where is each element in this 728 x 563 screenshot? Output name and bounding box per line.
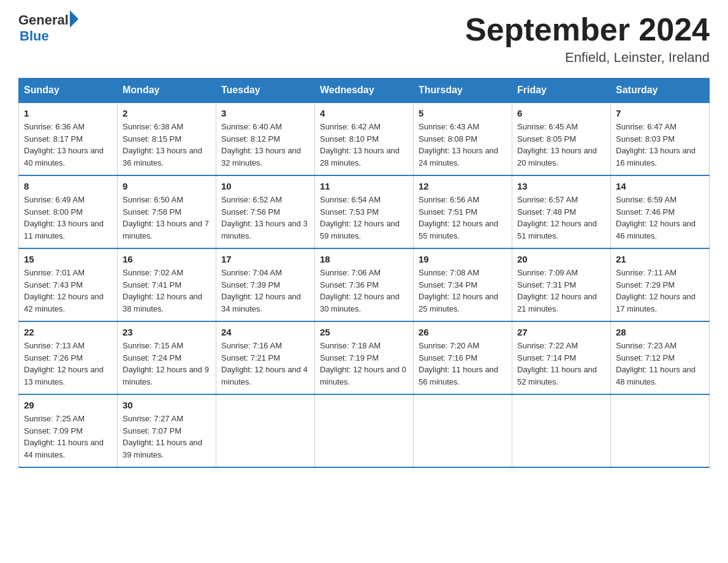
header-sunday: Sunday [19,79,118,103]
day-number: 16 [123,254,211,264]
header-thursday: Thursday [414,79,512,103]
day-info: Sunrise: 7:23 AM Sunset: 7:12 PM Dayligh… [616,340,704,388]
day-info: Sunrise: 6:54 AM Sunset: 7:53 PM Dayligh… [320,194,408,242]
calendar-week-row: 15 Sunrise: 7:01 AM Sunset: 7:43 PM Dayl… [19,248,710,321]
day-info: Sunrise: 6:38 AM Sunset: 8:15 PM Dayligh… [123,121,211,169]
header-friday: Friday [512,79,611,103]
month-title: September 2024 [465,12,710,47]
day-info: Sunrise: 6:40 AM Sunset: 8:12 PM Dayligh… [221,121,309,169]
day-number: 27 [517,327,605,337]
day-number: 23 [123,327,211,337]
table-row: 10 Sunrise: 6:52 AM Sunset: 7:56 PM Dayl… [216,175,315,248]
table-row: 11 Sunrise: 6:54 AM Sunset: 7:53 PM Dayl… [315,175,414,248]
day-number: 26 [419,327,507,337]
table-row: 5 Sunrise: 6:43 AM Sunset: 8:08 PM Dayli… [414,102,512,175]
table-row [611,394,710,467]
day-number: 7 [616,108,704,118]
table-row: 20 Sunrise: 7:09 AM Sunset: 7:31 PM Dayl… [512,248,611,321]
day-info: Sunrise: 6:57 AM Sunset: 7:48 PM Dayligh… [517,194,605,242]
day-number: 24 [221,327,309,337]
table-row: 8 Sunrise: 6:49 AM Sunset: 8:00 PM Dayli… [19,175,118,248]
day-number: 14 [616,181,704,191]
day-info: Sunrise: 7:20 AM Sunset: 7:16 PM Dayligh… [419,340,507,388]
day-info: Sunrise: 6:49 AM Sunset: 8:00 PM Dayligh… [24,194,112,242]
day-number: 19 [419,254,507,264]
table-row [216,394,315,467]
header-tuesday: Tuesday [216,79,315,103]
day-info: Sunrise: 6:56 AM Sunset: 7:51 PM Dayligh… [419,194,507,242]
table-row: 4 Sunrise: 6:42 AM Sunset: 8:10 PM Dayli… [315,102,414,175]
day-number: 10 [221,181,309,191]
title-block: September 2024 Enfield, Leinster, Irelan… [465,12,710,66]
table-row: 9 Sunrise: 6:50 AM Sunset: 7:58 PM Dayli… [118,175,216,248]
day-info: Sunrise: 7:27 AM Sunset: 7:07 PM Dayligh… [123,413,211,461]
table-row: 17 Sunrise: 7:04 AM Sunset: 7:39 PM Dayl… [216,248,315,321]
day-info: Sunrise: 7:25 AM Sunset: 7:09 PM Dayligh… [24,413,112,461]
day-number: 9 [123,181,211,191]
day-info: Sunrise: 7:16 AM Sunset: 7:21 PM Dayligh… [221,340,309,388]
logo-text-blue: Blue [20,28,78,44]
table-row: 1 Sunrise: 6:36 AM Sunset: 8:17 PM Dayli… [19,102,118,175]
table-row: 27 Sunrise: 7:22 AM Sunset: 7:14 PM Dayl… [512,321,611,394]
table-row: 24 Sunrise: 7:16 AM Sunset: 7:21 PM Dayl… [216,321,315,394]
table-row: 26 Sunrise: 7:20 AM Sunset: 7:16 PM Dayl… [414,321,512,394]
day-info: Sunrise: 7:11 AM Sunset: 7:29 PM Dayligh… [616,267,704,315]
calendar-week-row: 22 Sunrise: 7:13 AM Sunset: 7:26 PM Dayl… [19,321,710,394]
day-info: Sunrise: 7:22 AM Sunset: 7:14 PM Dayligh… [517,340,605,388]
table-row: 6 Sunrise: 6:45 AM Sunset: 8:05 PM Dayli… [512,102,611,175]
day-number: 17 [221,254,309,264]
day-number: 12 [419,181,507,191]
day-number: 25 [320,327,408,337]
logo-text-general: General [18,12,69,28]
day-number: 6 [517,108,605,118]
table-row: 16 Sunrise: 7:02 AM Sunset: 7:41 PM Dayl… [118,248,216,321]
day-info: Sunrise: 6:59 AM Sunset: 7:46 PM Dayligh… [616,194,704,242]
table-row: 7 Sunrise: 6:47 AM Sunset: 8:03 PM Dayli… [611,102,710,175]
table-row: 2 Sunrise: 6:38 AM Sunset: 8:15 PM Dayli… [118,102,216,175]
table-row: 22 Sunrise: 7:13 AM Sunset: 7:26 PM Dayl… [19,321,118,394]
day-info: Sunrise: 6:36 AM Sunset: 8:17 PM Dayligh… [24,121,112,169]
table-row: 3 Sunrise: 6:40 AM Sunset: 8:12 PM Dayli… [216,102,315,175]
table-row: 23 Sunrise: 7:15 AM Sunset: 7:24 PM Dayl… [118,321,216,394]
day-info: Sunrise: 7:18 AM Sunset: 7:19 PM Dayligh… [320,340,408,388]
day-number: 30 [123,400,211,410]
day-info: Sunrise: 7:08 AM Sunset: 7:34 PM Dayligh… [419,267,507,315]
header-wednesday: Wednesday [315,79,414,103]
calendar-week-row: 29 Sunrise: 7:25 AM Sunset: 7:09 PM Dayl… [19,394,710,467]
calendar-week-row: 8 Sunrise: 6:49 AM Sunset: 8:00 PM Dayli… [19,175,710,248]
calendar-header-row: Sunday Monday Tuesday Wednesday Thursday… [19,79,710,103]
day-info: Sunrise: 6:42 AM Sunset: 8:10 PM Dayligh… [320,121,408,169]
day-info: Sunrise: 6:43 AM Sunset: 8:08 PM Dayligh… [419,121,507,169]
day-info: Sunrise: 7:09 AM Sunset: 7:31 PM Dayligh… [517,267,605,315]
table-row: 13 Sunrise: 6:57 AM Sunset: 7:48 PM Dayl… [512,175,611,248]
logo-arrow-icon [70,10,78,28]
page-header: General Blue September 2024 Enfield, Lei… [18,12,710,66]
day-number: 29 [24,400,112,410]
day-info: Sunrise: 7:04 AM Sunset: 7:39 PM Dayligh… [221,267,309,315]
day-number: 11 [320,181,408,191]
logo: General Blue [18,12,78,44]
day-number: 28 [616,327,704,337]
day-info: Sunrise: 7:06 AM Sunset: 7:36 PM Dayligh… [320,267,408,315]
calendar-table: Sunday Monday Tuesday Wednesday Thursday… [18,78,710,468]
day-number: 1 [24,108,112,118]
day-info: Sunrise: 7:02 AM Sunset: 7:41 PM Dayligh… [123,267,211,315]
day-number: 18 [320,254,408,264]
location-title: Enfield, Leinster, Ireland [465,50,710,66]
day-number: 20 [517,254,605,264]
day-info: Sunrise: 6:50 AM Sunset: 7:58 PM Dayligh… [123,194,211,242]
day-info: Sunrise: 6:45 AM Sunset: 8:05 PM Dayligh… [517,121,605,169]
day-number: 15 [24,254,112,264]
day-number: 3 [221,108,309,118]
calendar-week-row: 1 Sunrise: 6:36 AM Sunset: 8:17 PM Dayli… [19,102,710,175]
table-row: 14 Sunrise: 6:59 AM Sunset: 7:46 PM Dayl… [611,175,710,248]
table-row [414,394,512,467]
day-number: 21 [616,254,704,264]
day-number: 22 [24,327,112,337]
table-row [315,394,414,467]
table-row: 19 Sunrise: 7:08 AM Sunset: 7:34 PM Dayl… [414,248,512,321]
day-info: Sunrise: 7:01 AM Sunset: 7:43 PM Dayligh… [24,267,112,315]
table-row: 18 Sunrise: 7:06 AM Sunset: 7:36 PM Dayl… [315,248,414,321]
day-info: Sunrise: 7:13 AM Sunset: 7:26 PM Dayligh… [24,340,112,388]
table-row: 12 Sunrise: 6:56 AM Sunset: 7:51 PM Dayl… [414,175,512,248]
